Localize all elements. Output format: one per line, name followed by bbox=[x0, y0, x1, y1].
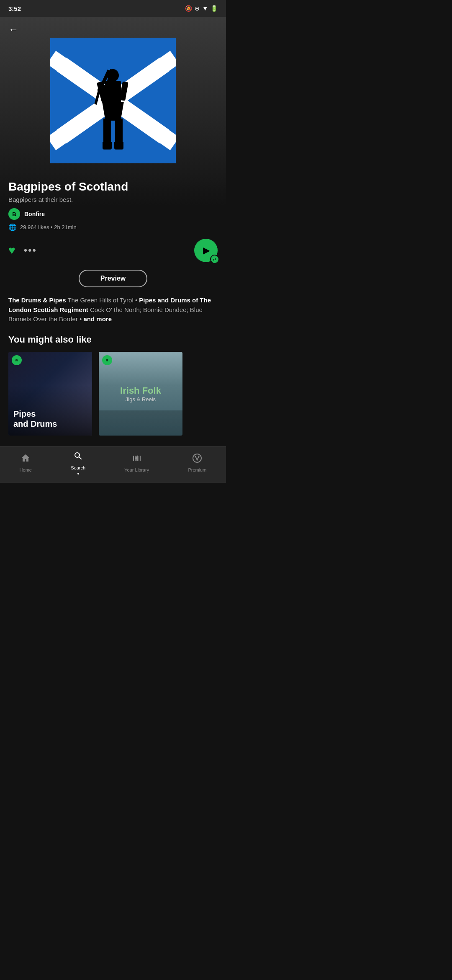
wifi-icon: ▼ bbox=[202, 5, 208, 12]
track-description: The Drums & Pipes The Green Hills of Tyr… bbox=[8, 296, 218, 324]
pipes-label: Pipesand Drums bbox=[13, 409, 87, 429]
status-time: 3:52 bbox=[8, 5, 21, 12]
piper-head bbox=[107, 69, 119, 82]
irish-text-overlay: Irish Folk Jigs & Reels bbox=[120, 385, 161, 402]
svg-point-5 bbox=[193, 454, 201, 462]
track-text-1: The Green Hills of Tyrol • bbox=[67, 297, 139, 304]
svg-rect-4 bbox=[140, 456, 141, 461]
nav-library[interactable]: Your Library bbox=[124, 453, 149, 472]
nav-premium-label: Premium bbox=[188, 467, 206, 472]
main-content: Bagpipes of Scotland Bagpipers at their … bbox=[0, 172, 226, 446]
bottom-spacer bbox=[8, 440, 218, 446]
back-button[interactable]: ← bbox=[8, 23, 18, 35]
rec-image-irish: Irish Folk Jigs & Reels bbox=[99, 352, 182, 436]
search-icon bbox=[73, 451, 83, 464]
meta-row: 🌐 29,964 likes • 2h 21min bbox=[8, 223, 218, 231]
piper-boot-right bbox=[114, 142, 123, 150]
irish-folk-title: Irish Folk bbox=[120, 385, 161, 396]
meta-text: 29,964 likes • 2h 21min bbox=[20, 224, 77, 230]
piper-boot-left bbox=[103, 142, 112, 150]
nav-home[interactable]: Home bbox=[20, 453, 32, 472]
track-highlight-1: The Drums & Pipes bbox=[8, 297, 66, 304]
rec-card-irish-folk[interactable]: Irish Folk Jigs & Reels bbox=[99, 352, 182, 436]
shuffle-icon: ⇄ bbox=[213, 257, 216, 261]
svg-point-8 bbox=[197, 459, 198, 460]
like-button[interactable]: ♥ bbox=[8, 245, 15, 256]
bell-off-icon: 🔕 bbox=[185, 5, 192, 12]
irish-gradient bbox=[99, 410, 182, 436]
nav-search-label: Search bbox=[71, 465, 85, 470]
nav-premium[interactable]: Premium bbox=[188, 453, 206, 472]
nav-search[interactable]: Search bbox=[71, 451, 85, 475]
svg-point-7 bbox=[198, 456, 200, 457]
playlist-subtitle: Bagpipers at their best. bbox=[8, 196, 218, 203]
nav-library-label: Your Library bbox=[124, 467, 149, 472]
creator-name: Bonfire bbox=[24, 211, 45, 217]
premium-icon bbox=[192, 453, 202, 466]
playlist-title: Bagpipes of Scotland bbox=[8, 180, 218, 193]
creator-row: B Bonfire bbox=[8, 208, 218, 220]
track-more-link[interactable]: and more bbox=[84, 315, 112, 322]
irish-folk-subtitle: Jigs & Reels bbox=[120, 396, 161, 402]
recommendations-list: Pipesand Drums Irish Folk Jigs & Ree bbox=[8, 352, 218, 440]
preview-button[interactable]: Preview bbox=[79, 270, 147, 287]
battery-icon: 🔋 bbox=[211, 5, 218, 12]
library-icon bbox=[132, 453, 142, 466]
play-shuffle-button[interactable]: ▶ ⇄ bbox=[194, 239, 218, 262]
rec-image-pipes: Pipesand Drums bbox=[8, 352, 92, 436]
piper-leg-right bbox=[115, 119, 123, 144]
globe-icon: 🌐 bbox=[8, 223, 17, 231]
preview-row: Preview bbox=[8, 270, 218, 287]
recommendations-title: You might also like bbox=[8, 334, 218, 345]
nav-search-indicator bbox=[77, 473, 79, 475]
piper-leg-left bbox=[103, 119, 111, 144]
album-art-container bbox=[0, 17, 226, 172]
svg-rect-3 bbox=[139, 456, 139, 461]
more-options-button[interactable]: ••• bbox=[24, 245, 37, 255]
actions-row: ♥ ••• ▶ ⇄ bbox=[8, 239, 218, 262]
status-icons: 🔕 ⊖ ▼ 🔋 bbox=[185, 5, 218, 12]
creator-avatar: B bbox=[8, 208, 20, 220]
minus-circle-icon: ⊖ bbox=[195, 5, 200, 12]
bottom-nav: Home Search Your Library bbox=[0, 446, 226, 483]
rec-card-pipes-drums[interactable]: Pipesand Drums bbox=[8, 352, 92, 436]
piper-silhouette bbox=[94, 69, 132, 157]
album-art bbox=[50, 38, 176, 163]
nav-home-label: Home bbox=[20, 467, 32, 472]
play-icon: ▶ bbox=[203, 245, 210, 256]
piper-kilt bbox=[102, 102, 124, 121]
home-icon bbox=[21, 453, 31, 466]
status-bar: 3:52 🔕 ⊖ ▼ 🔋 bbox=[0, 0, 226, 17]
spotify-logo-irish bbox=[102, 355, 112, 365]
content-area: Bagpipes of Scotland Bagpipers at their … bbox=[0, 172, 226, 446]
actions-left: ♥ ••• bbox=[8, 245, 37, 256]
svg-point-6 bbox=[195, 456, 196, 457]
svg-rect-2 bbox=[137, 456, 138, 461]
pipes-title-overlay: Pipesand Drums bbox=[13, 409, 87, 429]
piper-torso bbox=[105, 81, 121, 104]
shuffle-badge: ⇄ bbox=[210, 255, 219, 264]
